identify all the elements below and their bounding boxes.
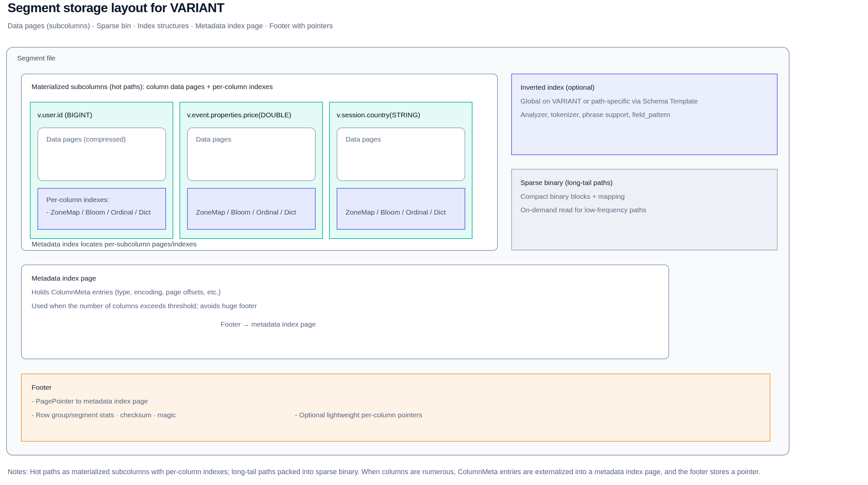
footer-line: - PagePointer to metadata index page [32, 397, 148, 405]
sparse-binary-line: Compact binary blocks + mapping [521, 193, 625, 200]
inverted-index-title: Inverted index (optional) [521, 84, 594, 91]
page-title: Segment storage layout for VARIANT [7, 1, 224, 15]
per-column-indexes-box: ZoneMap / Bloom / Ordinal / Dict [187, 188, 316, 230]
metadata-index-page-line: Used when the number of columns exceeds … [32, 302, 257, 310]
index-line: ZoneMap / Bloom / Ordinal / Dict [346, 208, 446, 216]
segment-file-label: Segment file [17, 54, 56, 62]
segment-file-container: Segment file Materialized subcolumns (ho… [6, 47, 789, 455]
data-pages-box: Data pages [187, 128, 316, 181]
metadata-index-page-line: Holds ColumnMeta entries (type, encoding… [32, 288, 221, 296]
footer-pointer-note: Footer → metadata index page [221, 320, 316, 328]
inverted-index-box: Inverted index (optional) Global on VARI… [511, 74, 778, 155]
inverted-index-line: Global on VARIANT or path-specific via S… [521, 97, 698, 105]
metadata-index-page-title: Metadata index page [32, 274, 96, 282]
data-pages-box: Data pages [337, 128, 465, 181]
footer-line: - Row group/segment stats · checksum · m… [32, 411, 176, 419]
index-line: Per-column indexes: [46, 196, 109, 204]
subcolumn-card-session-country: v.session.country(STRING) Data pages Zon… [329, 102, 472, 239]
materialized-subcolumns-box: Materialized subcolumns (hot paths): col… [21, 74, 498, 251]
subcolumn-title: v.user.id (BIGINT) [37, 111, 92, 119]
data-pages-label: Data pages [196, 135, 231, 143]
data-pages-label: Data pages (compressed) [46, 135, 126, 143]
subcolumn-title: v.session.country(STRING) [337, 111, 420, 119]
sparse-binary-line: On-demand read for low-frequency paths [521, 206, 646, 214]
footer-box: Footer - PagePointer to metadata index p… [21, 374, 770, 442]
index-line: ZoneMap / Bloom / Ordinal / Dict [196, 208, 296, 216]
per-column-indexes-box: ZoneMap / Bloom / Ordinal / Dict [337, 188, 465, 230]
subcolumn-card-user-id: v.user.id (BIGINT) Data pages (compresse… [30, 102, 173, 239]
page-subtitle: Data pages (subcolumns) · Sparse bin · I… [7, 22, 333, 30]
metadata-index-page-box: Metadata index page Holds ColumnMeta ent… [21, 264, 669, 359]
footer-title: Footer [32, 384, 52, 391]
sparse-binary-title: Sparse binary (long-tail paths) [521, 179, 613, 187]
page-notes: Notes: Hot paths as materialized subcolu… [7, 468, 862, 476]
materialized-caption: Metadata index locates per-subcolumn pag… [32, 240, 197, 248]
materialized-subcolumns-title: Materialized subcolumns (hot paths): col… [32, 83, 273, 91]
data-pages-label: Data pages [346, 135, 381, 143]
data-pages-box: Data pages (compressed) [37, 128, 166, 181]
per-column-indexes-box: Per-column indexes: - ZoneMap / Bloom / … [37, 188, 166, 230]
subcolumn-card-event-price: v.event.properties.price(DOUBLE) Data pa… [180, 102, 323, 239]
index-line: - ZoneMap / Bloom / Ordinal / Dict [46, 208, 151, 216]
inverted-index-line: Analyzer, tokenizer, phrase support, fie… [521, 111, 670, 119]
footer-right-line: - Optional lightweight per-column pointe… [295, 411, 423, 419]
sparse-binary-box: Sparse binary (long-tail paths) Compact … [511, 169, 778, 250]
subcolumn-title: v.event.properties.price(DOUBLE) [187, 111, 291, 119]
